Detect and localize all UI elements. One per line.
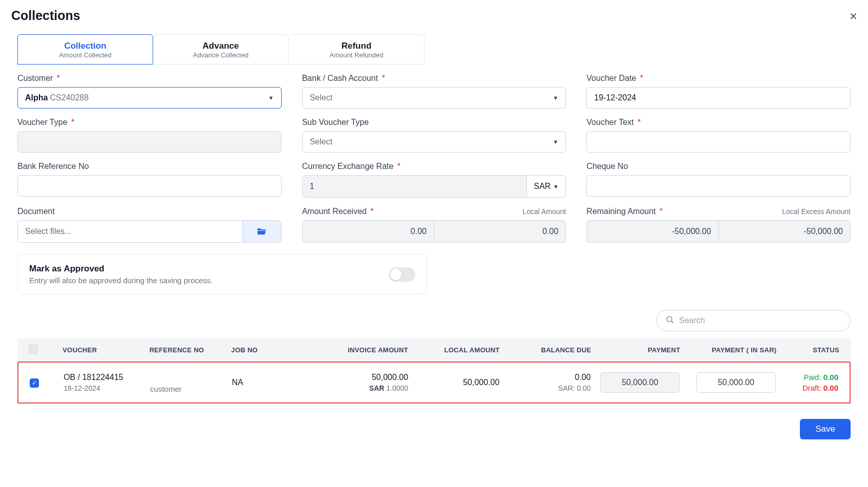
remaining-value: -50,000.00 [587, 221, 718, 242]
customer-name: Alpha [25, 93, 48, 102]
status-paid: Paid: 0.00 [782, 373, 838, 382]
th-local: LOCAL AMOUNT [411, 346, 503, 354]
field-customer: Customer * Alpha CS240288 ▼ [17, 74, 282, 109]
field-sub-voucher-type: Sub Voucher Type Select ▼ [302, 118, 566, 153]
rate-value: 1 [303, 176, 527, 197]
field-amount-received: Amount Received * Local Amount 0.00 0.00 [302, 207, 566, 243]
status-draft: Draft: 0.00 [782, 384, 838, 392]
th-job: JOB NO [228, 346, 315, 354]
bank-account-select[interactable]: Select ▼ [302, 87, 566, 109]
row-checkbox[interactable]: ✓ [30, 378, 39, 388]
tab-collection[interactable]: Collection Amount Collected [17, 34, 153, 65]
table-header: VOUCHER REFERENCE NO JOB NO INVOICE AMOU… [17, 338, 851, 362]
payment-input[interactable] [600, 372, 680, 393]
document-file-input[interactable]: Select files... [17, 220, 282, 243]
search-icon [666, 315, 674, 326]
field-bank-account: Bank / Cash Account * Select ▼ [302, 74, 566, 109]
sub-voucher-type-select[interactable]: Select ▼ [302, 131, 566, 153]
balance-sar: SAR: 0.00 [505, 384, 590, 392]
th-reference: REFERENCE NO [146, 346, 228, 354]
local-amount: 50,000.00 [414, 378, 499, 387]
save-button[interactable]: Save [800, 419, 851, 439]
tab-title: Collection [18, 41, 153, 51]
reference-no: customer [150, 385, 226, 393]
tabs: Collection Amount Collected Advance Adva… [17, 34, 857, 65]
approve-card: Mark as Approved Entry will also be appr… [17, 254, 427, 294]
approve-sub: Entry will also be approved during the s… [29, 276, 213, 285]
voucher-table: VOUCHER REFERENCE NO JOB NO INVOICE AMOU… [17, 338, 851, 404]
voucher-id: OB / 181224415 [63, 373, 144, 382]
local-excess-value: -50,000.00 [719, 221, 850, 242]
tab-title: Advance [153, 41, 288, 51]
balance-due: 0.00 [505, 373, 590, 382]
field-voucher-type: Voucher Type * [17, 118, 282, 153]
field-voucher-text: Voucher Text * [586, 118, 851, 153]
field-document: Document Select files... [17, 207, 282, 243]
customer-select[interactable]: Alpha CS240288 ▼ [17, 87, 282, 109]
approve-title: Mark as Approved [29, 264, 213, 274]
close-button[interactable]: ✕ [849, 10, 858, 23]
search-input[interactable] [656, 310, 851, 331]
invoice-currency-rate: SAR 1.0000 [319, 384, 409, 392]
voucher-date-input[interactable]: 19-12-2024 [586, 87, 851, 109]
remaining-amount-input: -50,000.00 -50,000.00 [586, 220, 851, 243]
th-payment-sar: PAYMENT ( IN SAR) [683, 346, 779, 354]
local-amount-value: 0.00 [434, 221, 565, 242]
voucher-type-input [17, 131, 282, 153]
field-remaining: Remaining Amount * Local Excess Amount -… [586, 207, 851, 243]
voucher-text-input[interactable] [586, 131, 851, 153]
payment-sar-input[interactable] [696, 372, 776, 393]
tab-sub: Amount Refunded [289, 51, 424, 59]
voucher-date: 18-12-2024 [63, 384, 144, 392]
th-voucher: VOUCHER [59, 346, 146, 354]
approve-toggle[interactable] [389, 267, 415, 282]
chevron-down-icon: ▼ [553, 95, 558, 101]
th-status: STATUS [779, 346, 842, 354]
job-no: NA [232, 378, 312, 387]
tab-advance[interactable]: Advance Advance Collected [153, 34, 289, 65]
amount-received-input: 0.00 0.00 [302, 220, 566, 243]
field-voucher-date: Voucher Date * 19-12-2024 [586, 74, 851, 109]
svg-point-0 [667, 316, 672, 322]
field-cheque-no: Cheque No [586, 162, 851, 198]
chevron-down-icon: ▼ [268, 95, 274, 101]
page-title: Collections [11, 8, 857, 23]
tab-sub: Amount Collected [18, 51, 153, 59]
cheque-no-input[interactable] [586, 175, 851, 197]
field-currency-rate: Currency Exchange Rate * 1 SAR ▼ [302, 162, 566, 198]
chevron-down-icon: ▼ [553, 139, 558, 145]
table-row: ✓ OB / 181224415 18-12-2024 customer NA … [17, 362, 851, 404]
tab-sub: Advance Collected [153, 51, 288, 59]
th-payment: PAYMENT [594, 346, 683, 354]
field-bank-ref: Bank Reference No [17, 162, 282, 198]
folder-open-icon[interactable] [242, 221, 281, 242]
invoice-amount: 50,000.00 [319, 373, 409, 382]
tab-refund[interactable]: Refund Amount Refunded [289, 34, 425, 65]
tab-title: Refund [289, 41, 424, 51]
currency-rate-input[interactable]: 1 SAR ▼ [302, 175, 566, 198]
th-balance: BALANCE DUE [503, 346, 595, 354]
customer-code: CS240288 [50, 93, 89, 102]
checkbox-header[interactable] [29, 345, 38, 354]
toggle-knob [390, 269, 401, 280]
th-invoice: INVOICE AMOUNT [315, 346, 411, 354]
form-grid: Customer * Alpha CS240288 ▼ Bank / Cash … [11, 74, 857, 243]
chevron-down-icon: ▼ [553, 184, 558, 189]
bank-ref-input[interactable] [17, 175, 282, 197]
amount-received-value: 0.00 [303, 221, 434, 242]
currency-select[interactable]: SAR ▼ [527, 176, 566, 197]
svg-line-1 [671, 321, 673, 323]
